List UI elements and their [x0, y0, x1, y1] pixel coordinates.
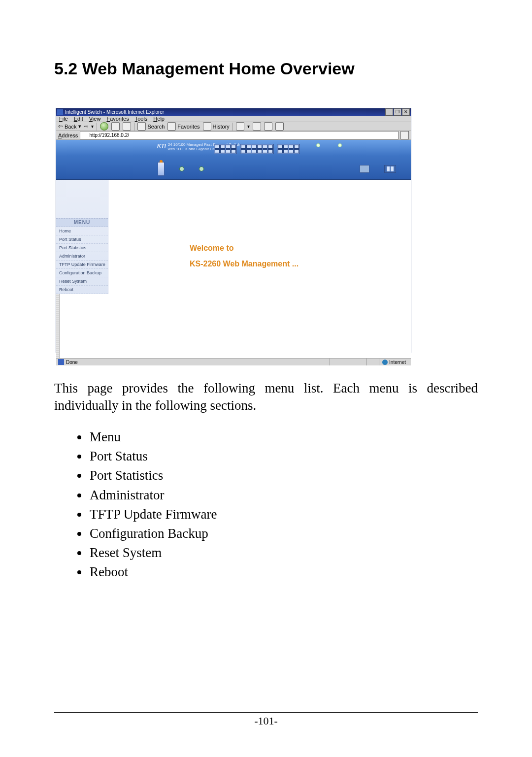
- welcome-line2: KS-2260 Web Management ...: [190, 260, 299, 268]
- sidebar-header: MENU: [56, 218, 108, 227]
- frame-border: [56, 294, 60, 358]
- menu-file[interactable]: File: [59, 116, 68, 122]
- sidebar-item-reset[interactable]: Reset System: [56, 277, 108, 286]
- window-titlebar: Intelligent Switch - Microsoft Internet …: [56, 108, 411, 116]
- list-item: Reboot: [89, 562, 478, 582]
- brand-logo: KTI: [157, 143, 166, 149]
- back-arrow-icon: ⇦: [58, 123, 63, 130]
- mail-dropdown-icon: ▾: [247, 124, 250, 129]
- activity-led-icon: [199, 166, 204, 171]
- search-icon: [137, 122, 146, 131]
- module-slot-icon: [384, 165, 396, 173]
- list-item: Reset System: [89, 543, 478, 562]
- page-number: -101-: [54, 715, 478, 727]
- address-bar: Address: [56, 131, 411, 140]
- menu-list: Menu Port Status Port Statistics Adminis…: [54, 428, 478, 582]
- back-label: Back: [65, 124, 76, 130]
- page-footer: -101-: [54, 708, 478, 727]
- back-button[interactable]: ⇦ Back ▾: [58, 123, 81, 130]
- list-item: Administrator: [89, 486, 478, 505]
- ie-page-icon: [58, 359, 64, 365]
- statusbar: Done Internet: [56, 358, 411, 365]
- list-item: Port Status: [89, 447, 478, 466]
- address-input[interactable]: [80, 131, 399, 139]
- sidebar-item-config-backup[interactable]: Configuration Backup: [56, 269, 108, 277]
- activity-led-icon: [179, 166, 184, 171]
- sidebar-item-reboot[interactable]: Reboot: [56, 286, 108, 294]
- main-content: Welcome to KS-2260 Web Management ...: [108, 180, 411, 294]
- toolbar-separator: [134, 123, 134, 131]
- refresh-icon[interactable]: [111, 122, 120, 131]
- window-title: Intelligent Switch - Microsoft Internet …: [65, 109, 383, 115]
- go-button[interactable]: [400, 131, 409, 139]
- intro-paragraph: This page provides the following menu li…: [54, 380, 478, 414]
- menu-help[interactable]: Help: [153, 116, 165, 122]
- sidebar-item-tftp[interactable]: TFTP Update Firmware: [56, 261, 108, 269]
- power-indicator-icon: [158, 162, 165, 176]
- toolbar-dropdown-icon: ▾: [91, 124, 94, 129]
- status-zone: Internet: [379, 359, 409, 365]
- stop-icon[interactable]: [100, 122, 108, 131]
- history-button[interactable]: History: [203, 122, 230, 131]
- status-led-icon: [316, 143, 320, 147]
- internet-zone-icon: [382, 360, 388, 365]
- mail-icon[interactable]: [236, 122, 244, 131]
- device-header-graphic: KTI 24 10/100 Managed Fast Ethernet Swit…: [56, 140, 411, 180]
- status-led-icon: [338, 143, 342, 147]
- print-icon[interactable]: [253, 122, 261, 131]
- minimize-button[interactable]: _: [385, 108, 393, 116]
- toolbar-separator: [97, 123, 97, 131]
- sidebar-item-port-status[interactable]: Port Status: [56, 235, 108, 244]
- switch-port-graphic: [214, 144, 300, 154]
- menubar: File Edit View Favorites Tools Help: [56, 116, 411, 122]
- browser-screenshot: Intelligent Switch - Microsoft Internet …: [56, 108, 411, 353]
- forward-button[interactable]: ⇨: [84, 124, 88, 129]
- toolbar-separator: [233, 123, 233, 131]
- favorites-button[interactable]: Favorites: [167, 122, 200, 131]
- menu-tools[interactable]: Tools: [135, 116, 148, 122]
- list-item: Menu: [89, 428, 478, 447]
- blank-area: [60, 294, 411, 358]
- status-cell: [366, 359, 377, 365]
- menu-favorites[interactable]: Favorites: [106, 116, 129, 122]
- menu-edit[interactable]: Edit: [74, 116, 83, 122]
- favorites-icon: [167, 122, 176, 131]
- list-item: TFTP Update Firmware: [89, 505, 478, 524]
- sidebar-item-administrator[interactable]: Administrator: [56, 252, 108, 261]
- list-item: Port Statistics: [89, 466, 478, 485]
- status-zone-label: Internet: [389, 360, 406, 365]
- sidebar: MENU Home Port Status Port Statistics Ad…: [56, 180, 108, 294]
- maximize-button[interactable]: ❐: [394, 108, 401, 116]
- edit-icon[interactable]: [264, 122, 272, 131]
- home-icon[interactable]: [123, 122, 131, 131]
- address-label: Address: [58, 132, 78, 138]
- section-heading: 5.2 Web Management Home Overview: [54, 59, 478, 78]
- status-text: Done: [66, 360, 78, 365]
- list-item: Configuration Backup: [89, 524, 478, 543]
- close-button[interactable]: ✕: [402, 108, 410, 116]
- status-cell: [330, 359, 365, 365]
- sidebar-item-home[interactable]: Home: [56, 227, 108, 235]
- history-icon: [203, 122, 211, 131]
- ie-icon: [57, 109, 63, 115]
- back-dropdown-icon: ▾: [78, 123, 81, 130]
- discuss-icon[interactable]: [275, 122, 284, 131]
- search-button[interactable]: Search: [137, 122, 165, 131]
- welcome-line1: Welcome to: [190, 244, 234, 253]
- module-slot-icon: [360, 165, 369, 173]
- menu-view[interactable]: View: [89, 116, 101, 122]
- sidebar-item-port-statistics[interactable]: Port Statistics: [56, 244, 108, 252]
- toolbar: ⇦ Back ▾ ⇨ ▾ Search Favorites History ▾: [56, 122, 411, 131]
